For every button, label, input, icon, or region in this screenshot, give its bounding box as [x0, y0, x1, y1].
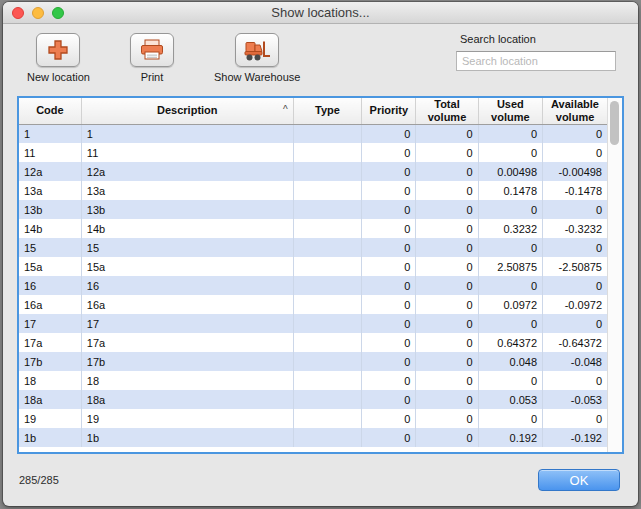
column-header-code[interactable]: Code [19, 98, 81, 124]
table-row[interactable]: 18a18a000.053-0.053 [19, 390, 607, 409]
search-location-input[interactable] [456, 51, 616, 71]
cell-priority: 0 [362, 219, 416, 238]
column-header-type[interactable]: Type [293, 98, 362, 124]
cell-total_volume: 0 [416, 276, 478, 295]
cell-total_volume: 0 [416, 200, 478, 219]
table-row[interactable]: 16160000 [19, 276, 607, 295]
new-location-button[interactable]: New location [27, 33, 90, 83]
show-warehouse-button[interactable]: Show Warehouse [214, 33, 300, 83]
cell-code: 18 [19, 371, 81, 390]
table-row[interactable]: 16a16a000.0972-0.0972 [19, 295, 607, 314]
table-row[interactable]: 15150000 [19, 238, 607, 257]
close-button[interactable] [12, 7, 24, 19]
table-row[interactable]: 17a17a000.64372-0.64372 [19, 333, 607, 352]
cell-description: 17a [81, 333, 293, 352]
table-row[interactable]: 19190000 [19, 409, 607, 428]
cell-total_volume: 0 [416, 181, 478, 200]
cell-total_volume: 0 [416, 295, 478, 314]
cell-total_volume: 0 [416, 352, 478, 371]
cell-type [293, 333, 362, 352]
cell-used_volume: 0.192 [478, 428, 542, 447]
cell-available_volume: 0 [543, 371, 607, 390]
cell-description: 15 [81, 238, 293, 257]
show-locations-window: Show locations... New location Pri [3, 2, 638, 506]
cell-type [293, 238, 362, 257]
cell-description: 16a [81, 295, 293, 314]
table-row[interactable]: 17b17b000.048-0.048 [19, 352, 607, 371]
cell-description: 11 [81, 143, 293, 162]
cell-type [293, 162, 362, 181]
cell-priority: 0 [362, 352, 416, 371]
cell-used_volume: 0 [478, 371, 542, 390]
cell-type [293, 314, 362, 333]
cell-description: 17 [81, 314, 293, 333]
cell-type [293, 371, 362, 390]
minimize-button[interactable] [32, 7, 44, 19]
cell-description: 19 [81, 409, 293, 428]
cell-code: 18a [19, 390, 81, 409]
table-grid: CodeDescription^TypePriorityTotal volume… [19, 98, 607, 452]
new-location-label: New location [27, 71, 90, 83]
cell-available_volume: 0 [543, 276, 607, 295]
cell-type [293, 276, 362, 295]
window-title: Show locations... [271, 5, 369, 20]
plus-icon [46, 38, 70, 62]
column-header-total_volume[interactable]: Total volume [416, 98, 478, 124]
column-header-priority[interactable]: Priority [362, 98, 416, 124]
cell-type [293, 143, 362, 162]
cell-used_volume: 0 [478, 143, 542, 162]
cell-priority: 0 [362, 333, 416, 352]
scrollbar-thumb[interactable] [610, 101, 619, 145]
cell-type [293, 428, 362, 447]
cell-code: 15a [19, 257, 81, 276]
vertical-scrollbar[interactable] [607, 98, 622, 452]
cell-description: 14b [81, 219, 293, 238]
table-row[interactable]: 1b1b000.192-0.192 [19, 428, 607, 447]
cell-available_volume: 0 [543, 409, 607, 428]
cell-description: 17b [81, 352, 293, 371]
cell-used_volume: 0 [478, 124, 542, 143]
table-row[interactable]: 17170000 [19, 314, 607, 333]
cell-type [293, 295, 362, 314]
cell-code: 19 [19, 409, 81, 428]
cell-priority: 0 [362, 314, 416, 333]
table-row[interactable]: 15a15a002.50875-2.50875 [19, 257, 607, 276]
cell-used_volume: 0.64372 [478, 333, 542, 352]
cell-type [293, 257, 362, 276]
header-row: CodeDescription^TypePriorityTotal volume… [19, 98, 607, 124]
cell-available_volume: -0.053 [543, 390, 607, 409]
column-header-used_volume[interactable]: Used volume [478, 98, 542, 124]
cell-description: 12a [81, 162, 293, 181]
column-header-description[interactable]: Description^ [81, 98, 293, 124]
cell-available_volume: 0 [543, 200, 607, 219]
table-row[interactable]: 12a12a000.00498-0.00498 [19, 162, 607, 181]
new-location-icon-button[interactable] [36, 33, 80, 67]
print-icon-button[interactable] [130, 33, 174, 67]
row-count: 285/285 [19, 474, 59, 486]
print-button[interactable]: Print [130, 33, 174, 83]
cell-code: 17 [19, 314, 81, 333]
show-warehouse-icon-button[interactable] [235, 33, 279, 67]
cell-code: 13b [19, 200, 81, 219]
show-warehouse-label: Show Warehouse [214, 71, 300, 83]
cell-used_volume: 0.053 [478, 390, 542, 409]
traffic-lights [12, 7, 64, 19]
cell-type [293, 352, 362, 371]
table-row[interactable]: 13b13b0000 [19, 200, 607, 219]
column-header-available_volume[interactable]: Available volume [543, 98, 607, 124]
zoom-button[interactable] [52, 7, 64, 19]
cell-priority: 0 [362, 162, 416, 181]
cell-priority: 0 [362, 200, 416, 219]
table-row[interactable]: 13a13a000.1478-0.1478 [19, 181, 607, 200]
table-row[interactable]: 18180000 [19, 371, 607, 390]
cell-description: 1b [81, 428, 293, 447]
cell-description: 16 [81, 276, 293, 295]
cell-total_volume: 0 [416, 390, 478, 409]
cell-type [293, 200, 362, 219]
cell-code: 15 [19, 238, 81, 257]
table-row[interactable]: 11110000 [19, 143, 607, 162]
ok-button[interactable]: OK [538, 469, 620, 491]
cell-priority: 0 [362, 181, 416, 200]
table-row[interactable]: 14b14b000.3232-0.3232 [19, 219, 607, 238]
table-row[interactable]: 110000 [19, 124, 607, 143]
